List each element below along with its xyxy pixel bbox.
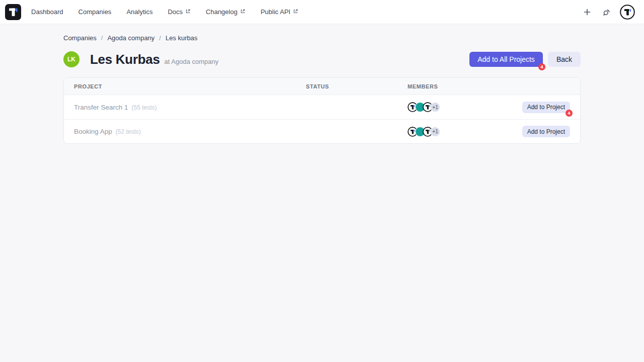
nav-item-label: Changelog [206, 0, 237, 24]
external-link-icon [293, 9, 298, 14]
table-row: Booking App (52 tests) +1 [64, 119, 580, 143]
nav-item-analytics[interactable]: Analytics [126, 0, 152, 24]
project-tests-count: (55 tests) [132, 104, 157, 111]
nav-right-actions [582, 5, 638, 20]
column-header-status: STATUS [306, 83, 408, 89]
action-cell: Add to Project [522, 126, 570, 137]
search-icon[interactable] [601, 7, 612, 18]
title-wrap: Les Kurbas at Agoda company [90, 52, 218, 67]
members-cell: +1 [408, 127, 522, 137]
project-name: Transfer Search 1 [74, 104, 128, 111]
project-tests-count: (52 tests) [116, 128, 141, 135]
add-to-project-label: Add to Project [527, 128, 565, 135]
project-name: Booking App [74, 128, 112, 135]
add-to-all-projects-button[interactable]: Add to All Projects 4 [469, 52, 543, 67]
action-cell: Add to Project 4 [522, 102, 570, 113]
page-header: LK Les Kurbas at Agoda company Add to Al… [63, 51, 581, 67]
nav-item-label: Analytics [126, 0, 152, 24]
breadcrumb-companies[interactable]: Companies [63, 34, 97, 42]
user-avatar-icon[interactable] [620, 5, 635, 20]
breadcrumb-separator: / [159, 34, 161, 42]
breadcrumb-current: Les kurbas [166, 34, 198, 42]
add-to-project-button[interactable]: Add to Project 4 [522, 102, 570, 113]
external-link-icon [240, 9, 246, 14]
nav-item-public-api[interactable]: Public API [261, 0, 298, 24]
table-row: Transfer Search 1 (55 tests) + [64, 95, 580, 119]
plus-icon[interactable] [582, 7, 593, 18]
header-actions: Add to All Projects 4 Back [469, 52, 581, 67]
add-to-all-projects-label: Add to All Projects [477, 55, 535, 63]
members-cell: +1 [408, 102, 522, 112]
project-cell: Transfer Search 1 (55 tests) [74, 104, 306, 111]
page-subtitle: at Agoda company [165, 58, 219, 65]
nav-item-label: Docs [168, 0, 183, 24]
main-content: Companies / Agoda company / Les kurbas L… [63, 24, 581, 144]
external-link-icon [185, 9, 191, 14]
notification-badge: 4 [538, 63, 545, 70]
members-more-badge: +1 [430, 102, 440, 112]
column-header-project: PROJECT [74, 83, 306, 89]
members-more-badge: +1 [430, 127, 440, 137]
nav-item-label: Public API [261, 0, 290, 24]
back-button[interactable]: Back [548, 52, 581, 67]
nav-item-dashboard[interactable]: Dashboard [31, 0, 63, 24]
top-nav: Dashboard Companies Analytics Docs Chang… [0, 0, 644, 24]
page-title: Les Kurbas [90, 52, 160, 67]
brand-logo-icon[interactable] [5, 4, 21, 20]
breadcrumb-separator: / [101, 34, 103, 42]
nav-item-label: Companies [78, 0, 112, 24]
project-cell: Booking App (52 tests) [74, 128, 306, 135]
nav-item-changelog[interactable]: Changelog [206, 0, 246, 24]
column-header-members: MEMBERS [408, 83, 570, 89]
nav-item-label: Dashboard [31, 0, 63, 24]
nav-links: Dashboard Companies Analytics Docs Chang… [31, 0, 298, 24]
breadcrumb-agoda-company[interactable]: Agoda company [107, 34, 154, 42]
nav-item-docs[interactable]: Docs [168, 0, 191, 24]
add-to-project-button[interactable]: Add to Project [522, 126, 570, 137]
avatar: LK [63, 51, 79, 67]
add-to-project-label: Add to Project [527, 104, 565, 111]
nav-item-companies[interactable]: Companies [78, 0, 112, 24]
projects-table: PROJECT STATUS MEMBERS Transfer Search 1… [63, 77, 581, 144]
notification-badge: 4 [566, 110, 573, 117]
table-header-row: PROJECT STATUS MEMBERS [64, 78, 580, 95]
breadcrumb: Companies / Agoda company / Les kurbas [63, 34, 581, 42]
